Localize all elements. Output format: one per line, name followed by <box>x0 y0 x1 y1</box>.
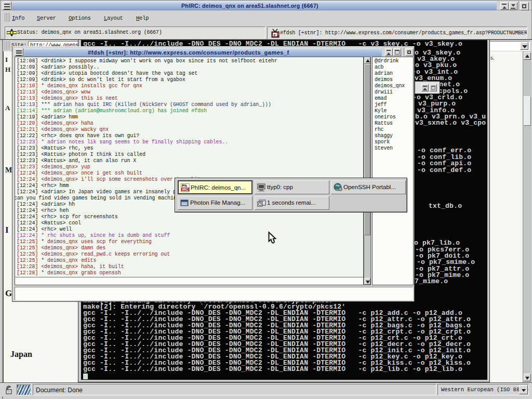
svg-text:#: # <box>273 33 276 37</box>
